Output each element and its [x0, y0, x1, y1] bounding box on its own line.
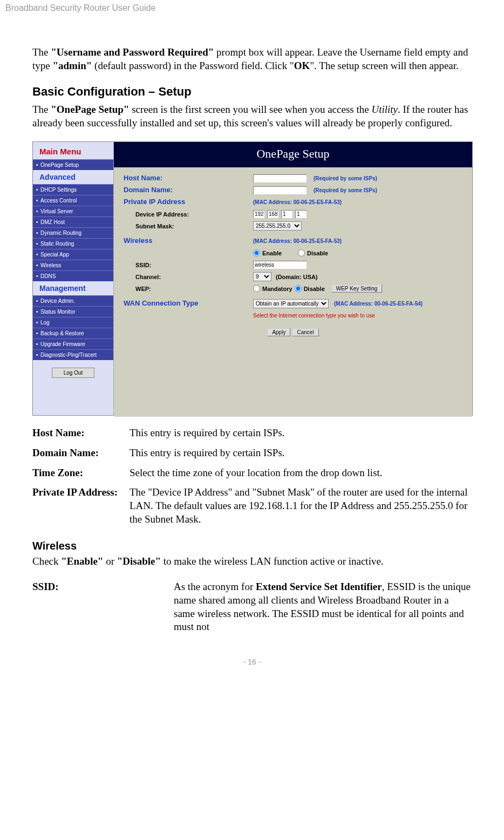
text: screen is the first screen you will see … — [129, 104, 371, 115]
sidebar-item[interactable]: Wireless — [33, 260, 113, 270]
bold-text: "Username and Password Required" — [51, 46, 214, 58]
sidebar-item[interactable]: Virtual Server — [33, 206, 113, 216]
sidebar-item[interactable]: Upgrade Firmware — [33, 338, 113, 349]
mac-address: (MAC Address: 00-06-25-E5-FA-53) — [253, 199, 342, 206]
sidebar-item[interactable]: DMZ Host — [33, 216, 113, 227]
def-text: As the acronym for Extend Service Set Id… — [174, 580, 472, 634]
channel-select[interactable]: 9 — [253, 272, 271, 281]
ip-octet-4[interactable] — [295, 210, 307, 219]
def-text: This entry is required by certain ISPs. — [130, 426, 472, 440]
def-label: Time Zone: — [32, 466, 130, 480]
mandatory-label: Mandatory — [262, 285, 292, 293]
ssid-label: SSID: — [124, 261, 253, 269]
mac-address: (MAC Address: 00-06-25-E5-FA-53) — [253, 238, 342, 245]
sidebar-item-onepage[interactable]: OnePage Setup — [33, 159, 113, 170]
mandatory-radio[interactable] — [253, 285, 260, 292]
main-panel: OnePage Setup Host Name: (Required by so… — [114, 142, 472, 415]
bold-text: "Enable" — [61, 556, 103, 567]
mac-address: (MAC Address: 00-06-25-E5-FA-54) — [334, 300, 423, 307]
wep-disable-radio[interactable] — [295, 285, 302, 292]
bold-text: Extend Service Set Identifier — [256, 581, 382, 592]
def-label: Domain Name: — [32, 446, 130, 460]
wep-key-button[interactable]: WEP Key Setting — [331, 284, 383, 293]
definition-row: SSID: As the acronym for Extend Service … — [32, 580, 472, 634]
ip-octet-1[interactable] — [253, 210, 265, 219]
wireless-label: Wireless — [124, 236, 253, 246]
disable-radio[interactable] — [298, 249, 305, 256]
definition-row: Time Zone: Select the time zone of your … — [32, 466, 472, 480]
device-ip-label: Device IP Address: — [124, 211, 253, 218]
text: Check — [32, 556, 61, 567]
form-body: Host Name: (Required by some ISPs) Domai… — [114, 167, 472, 417]
bold-text: "admin" — [52, 60, 92, 71]
ip-octet-3[interactable] — [281, 210, 293, 219]
cancel-button[interactable]: Cancel — [292, 328, 318, 336]
domain-name-input[interactable] — [253, 186, 307, 195]
sidebar: Main Menu OnePage Setup Advanced DHCP Se… — [33, 142, 114, 415]
text: The — [32, 46, 51, 58]
text: ". The setup screen will then appear. — [310, 60, 458, 71]
domain-name-label: Domain Name: — [124, 186, 253, 195]
required-note: (Required by some ISPs) — [314, 187, 377, 194]
sidebar-item[interactable]: DHCP Settings — [33, 184, 113, 195]
definition-row: Host Name: This entry is required by cer… — [32, 426, 472, 440]
logout-button[interactable]: Log Out — [52, 368, 94, 378]
definition-row: Domain Name: This entry is required by c… — [32, 446, 472, 460]
definition-row: Private IP Address: The "Device IP Addre… — [32, 486, 472, 526]
sidebar-item[interactable]: Special App — [33, 249, 113, 260]
sidebar-item[interactable]: Status Monitor — [33, 306, 113, 317]
wireless-heading: Wireless — [32, 539, 472, 553]
private-ip-label: Private IP Address — [124, 198, 253, 207]
ip-octet-2[interactable] — [267, 210, 279, 219]
section-paragraph: The "OnePage Setup" screen is the first … — [32, 103, 472, 130]
text: As the acronym for — [174, 581, 256, 592]
main-menu-label: Main Menu — [33, 142, 113, 159]
page-banner: OnePage Setup — [114, 142, 472, 167]
sidebar-item[interactable]: Diagnostic-Ping/Tracert — [33, 349, 113, 360]
text: to make the wireless LAN function active… — [161, 556, 384, 567]
text: or — [103, 556, 117, 567]
apply-button[interactable]: Apply — [267, 328, 290, 336]
content: The "Username and Password Required" pro… — [0, 16, 504, 634]
def-label: Host Name: — [32, 426, 130, 440]
sidebar-item[interactable]: Static Routing — [33, 238, 113, 249]
enable-radio[interactable] — [253, 249, 260, 256]
wep-disable-label: Disable — [304, 285, 325, 293]
def-text: This entry is required by certain ISPs. — [130, 446, 472, 460]
required-note: (Required by some ISPs) — [314, 175, 377, 182]
intro-paragraph: The "Username and Password Required" pro… — [32, 46, 472, 72]
sidebar-item[interactable]: Log — [33, 317, 113, 328]
channel-label: Channel: — [124, 273, 253, 281]
sidebar-item[interactable]: Access Control — [33, 195, 113, 206]
bold-text: OK — [294, 60, 310, 71]
disable-label: Disable — [307, 249, 328, 257]
page-footer: - 16 - — [0, 640, 504, 673]
sidebar-item[interactable]: Dynamic Routing — [33, 227, 113, 238]
host-name-label: Host Name: — [124, 174, 253, 183]
bold-text: "OnePage Setup" — [51, 104, 129, 115]
page-header: Broadband Security Router User Guide — [0, 0, 504, 16]
subnet-select[interactable]: 255.255.255.0 — [253, 221, 302, 231]
def-text: The "Device IP Address" and "Subnet Mask… — [130, 486, 472, 526]
sidebar-item[interactable]: DDNS — [33, 270, 113, 281]
domain-usa: (Domain: USA) — [276, 273, 318, 281]
sidebar-advanced-label: Advanced — [33, 170, 113, 184]
section-heading: Basic Configuration – Setup — [32, 84, 472, 100]
router-screenshot: Main Menu OnePage Setup Advanced DHCP Se… — [32, 141, 473, 416]
wep-label: WEP: — [124, 285, 253, 293]
ssid-input[interactable] — [253, 261, 307, 269]
def-label: Private IP Address: — [32, 486, 130, 526]
sidebar-item[interactable]: Backup & Restore — [33, 328, 113, 338]
italic-text: Utility — [371, 104, 398, 115]
sidebar-item[interactable]: Device Admin. — [33, 295, 113, 306]
def-label: SSID: — [32, 580, 174, 634]
wan-label: WAN Connection Type — [124, 299, 253, 308]
bold-text: "Disable" — [117, 556, 161, 567]
wan-select[interactable]: Obtain an IP automatically — [253, 299, 329, 308]
sidebar-management-label: Management — [33, 281, 113, 295]
host-name-input[interactable] — [253, 174, 307, 183]
text: (default password) in the Password field… — [92, 60, 294, 71]
select-type-text: Select the Internet connection type you … — [253, 312, 375, 319]
wireless-paragraph: Check "Enable" or "Disable" to make the … — [32, 555, 472, 568]
text: The — [32, 104, 51, 115]
